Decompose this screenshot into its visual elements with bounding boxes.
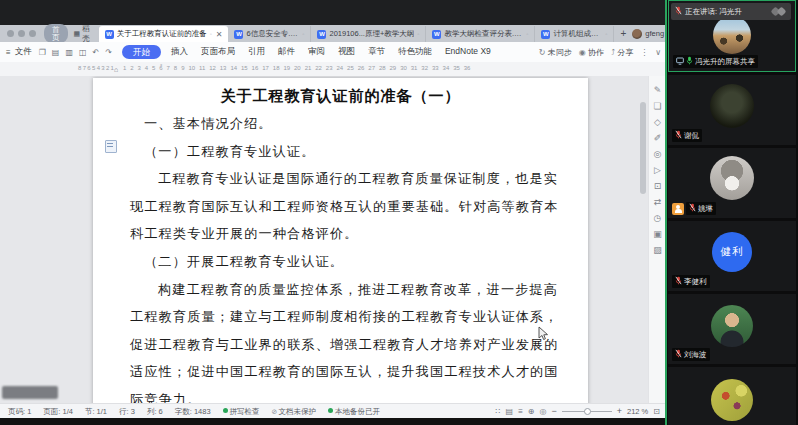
tab-document[interactable]: W教学大纲检查评分表.docx◦ — [426, 26, 535, 42]
backup-status[interactable]: 本地备份已开 — [328, 407, 380, 417]
home-button[interactable]: 首页 — [44, 24, 68, 43]
status-words[interactable]: 字数: 1483 — [175, 407, 211, 417]
tab-pin-icon[interactable]: ◦ — [302, 31, 304, 37]
tab-pin-icon[interactable]: ◦ — [417, 31, 419, 37]
document-tabs: W关于工程教育认证前的准备◦✕W6信息安全专...年度报备材料◦W2019106… — [99, 25, 615, 42]
hamburger-icon[interactable]: ≡ — [6, 48, 11, 57]
pages-view-icon[interactable]: ∷ — [495, 407, 500, 416]
ruler-number: 14 — [230, 65, 237, 71]
ruler-number: 22 — [315, 65, 322, 71]
read-mode-icon[interactable]: ▤ — [506, 407, 514, 416]
user-chip[interactable]: gfeng — [632, 29, 664, 39]
tab-pin-icon[interactable]: ◦ — [210, 31, 212, 37]
collapse-ribbon-icon[interactable]: ∨ — [655, 48, 661, 57]
shapes-icon[interactable]: ❏ — [653, 102, 661, 111]
fullscreen-view-icon[interactable]: ⊕ — [528, 407, 535, 416]
zoom-slider-knob[interactable] — [584, 408, 591, 415]
participant-name: 刘海波 — [684, 350, 707, 359]
status-page: 页码: 1 — [8, 407, 31, 417]
share-icon: ⤴ — [611, 48, 615, 57]
fit-page-icon[interactable]: ⊡ — [653, 407, 660, 416]
ribbon-tab-EndNote X9[interactable]: EndNote X9 — [445, 46, 491, 58]
ribbon-tab-视图[interactable]: 视图 — [338, 46, 355, 58]
hand-raised-icon — [672, 203, 684, 215]
vertical-scrollbar[interactable] — [640, 80, 646, 398]
status-section: 节: 1/1 — [85, 407, 107, 417]
participant-tile[interactable]: 刘海波 — [668, 294, 796, 364]
participant-tile[interactable]: 谢侃 — [668, 75, 796, 145]
participant-name: 谢侃 — [684, 131, 699, 140]
participant-tile[interactable]: 健利李健利 — [668, 221, 796, 291]
ruler-left-numbers: 87654321 — [78, 65, 114, 71]
open-folder-icon[interactable]: ❐ — [39, 48, 46, 57]
highlighter-icon[interactable]: ✐ — [654, 134, 662, 143]
overlay-watermark — [2, 386, 58, 399]
ruler-number: 30 — [400, 65, 407, 71]
ribbon-tab-引用[interactable]: 引用 — [248, 46, 265, 58]
redo-icon[interactable]: ↷ — [105, 48, 112, 57]
tab-document[interactable]: W2019106...原理+教学大纲◦ — [311, 26, 426, 42]
wps-window: 首页 ▦稻壳 W关于工程教育认证前的准备◦✕W6信息安全专...年度报备材料◦W… — [0, 25, 666, 418]
participant-name: 李健利 — [684, 277, 707, 286]
ribbon-tab-邮件[interactable]: 邮件 — [278, 46, 295, 58]
tab-document[interactable]: W计算机组成原...情况评价报告◦ — [535, 26, 614, 42]
zoom-level[interactable]: 212 % — [627, 407, 648, 416]
menu-file[interactable]: 文件 — [15, 46, 32, 58]
more-icon[interactable]: ⋮ — [640, 48, 648, 57]
protect-status[interactable]: ⊘文档未保护 — [272, 407, 316, 417]
ruler-number: 29 — [390, 65, 397, 71]
indent-marker[interactable]: ⌂ — [114, 66, 118, 73]
undo-icon[interactable]: ↶ — [93, 48, 100, 57]
swap-icon[interactable]: ⇄ — [654, 198, 662, 207]
tab-active[interactable]: W关于工程教育认证前的准备◦✕ — [99, 26, 229, 42]
zoom-in-button[interactable]: + — [617, 407, 622, 416]
document-page[interactable]: 关于工程教育认证前的准备（一） 一、基本情况介绍。（一）工程教育专业认证。工程教… — [93, 78, 588, 403]
lock-icon[interactable]: ⊡ — [654, 182, 662, 191]
side-tool-strip: ✎❏◇✐◎▷⊡⇄◷▣▨ — [648, 76, 666, 403]
ruler-number: 16 — [252, 65, 259, 71]
print-icon[interactable]: ▥ — [65, 48, 73, 57]
edit-pen-icon[interactable]: ✎ — [654, 86, 662, 95]
ribbon-tab-章节[interactable]: 章节 — [368, 46, 385, 58]
target-icon[interactable]: ◎ — [654, 150, 662, 159]
participant-tile[interactable] — [668, 367, 796, 425]
tab-pin-icon[interactable]: ◦ — [526, 31, 528, 37]
docer-button[interactable]: ▦稻壳 — [74, 24, 90, 44]
share-button[interactable]: ⤴ 分享 — [611, 47, 633, 58]
ruler-number: 12 — [209, 65, 216, 71]
select-arrow-icon[interactable]: ▷ — [654, 166, 661, 175]
spellcheck-status[interactable]: 拼写检查 — [223, 407, 260, 417]
ribbon-tab-start[interactable]: 开始 — [122, 45, 161, 59]
sync-status[interactable]: ↻ 未同步 — [539, 47, 572, 58]
comment-icon[interactable] — [105, 140, 117, 153]
zoom-out-button[interactable]: − — [551, 407, 556, 416]
document-area: 关于工程教育认证前的准备（一） 一、基本情况介绍。（一）工程教育专业认证。工程教… — [0, 76, 648, 403]
tab-label: 6信息安全专...年度报备材料 — [246, 29, 299, 39]
new-tab-button[interactable]: + — [620, 29, 626, 39]
tab-document[interactable]: W6信息安全专...年度报备材料◦ — [228, 26, 311, 42]
ribbon-tabs: 插入页面布局引用邮件审阅视图章节特色功能EndNote X9 — [171, 46, 491, 58]
print-preview-icon[interactable]: ◫ — [79, 48, 87, 57]
window-control-dots[interactable] — [7, 30, 36, 37]
wps-tab-bar: 首页 ▦稻壳 W关于工程教育认证前的准备◦✕W6信息安全专...年度报备材料◦W… — [0, 25, 666, 42]
ribbon-tab-特色功能[interactable]: 特色功能 — [398, 46, 432, 58]
collab-button[interactable]: ◉ 协作 — [579, 47, 604, 58]
ribbon-tab-审阅[interactable]: 审阅 — [308, 46, 325, 58]
ruler-number: 8 — [78, 65, 81, 71]
outline-view-icon[interactable]: ≡ — [518, 407, 523, 416]
history-icon[interactable]: ◷ — [654, 214, 662, 223]
ribbon-tab-页面布局[interactable]: 页面布局 — [201, 46, 235, 58]
tab-pin-icon[interactable]: ◦ — [605, 31, 607, 37]
tab-close-icon[interactable]: ✕ — [216, 30, 223, 39]
scrollbar-thumb[interactable] — [640, 102, 646, 194]
save-icon[interactable]: ▤ — [52, 48, 60, 57]
image-icon[interactable]: ▣ — [653, 230, 662, 239]
fill-color-icon[interactable]: ◇ — [654, 118, 661, 127]
participant-tile[interactable]: 姚琳 — [668, 148, 796, 218]
picture-icon[interactable]: ▨ — [653, 246, 662, 255]
ruler-number: 5 — [92, 65, 95, 71]
zoom-slider[interactable] — [562, 411, 612, 412]
eye-protect-icon[interactable]: ◎ — [540, 407, 547, 416]
participant-name-badge: 冯光升的屏幕共享 — [673, 55, 758, 68]
ribbon-tab-插入[interactable]: 插入 — [171, 46, 188, 58]
